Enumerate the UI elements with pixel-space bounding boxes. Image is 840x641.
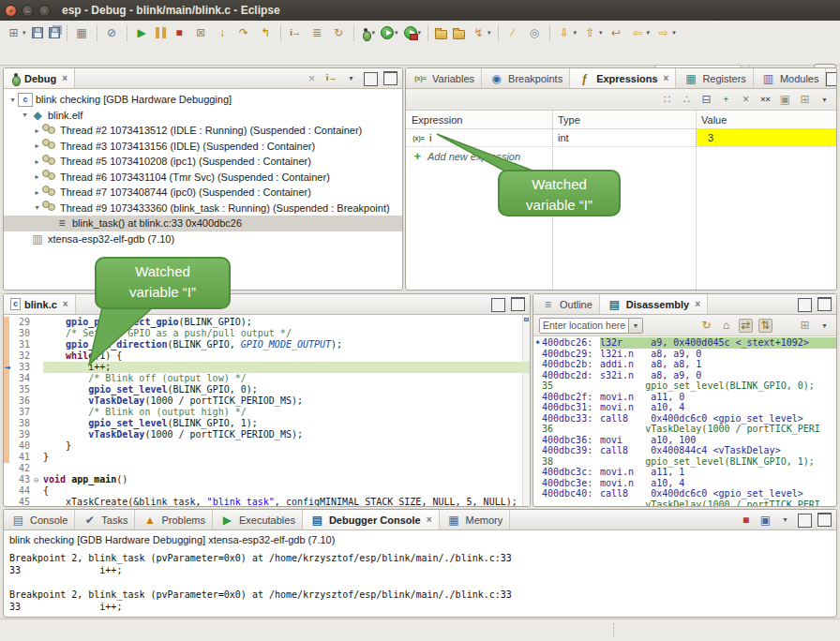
debug-tree-item[interactable]: ▸Thread #2 1073413512 (IDLE : Running) (…: [4, 123, 402, 139]
column-header-type[interactable]: Type: [552, 114, 696, 126]
dropdown-arrow-icon[interactable]: ▾: [574, 29, 578, 37]
column-separator[interactable]: [696, 111, 697, 291]
new-view-icon[interactable]: [778, 319, 792, 333]
maximize-icon[interactable]: [818, 297, 832, 311]
disassembly-line[interactable]: 400dbc33:call8 0x400dc6c0 <gpio_set_leve…: [533, 413, 836, 425]
show-logical-structure-icon[interactable]: ∴: [680, 93, 694, 107]
dropdown-arrow-icon[interactable]: ▾: [395, 29, 398, 37]
close-icon[interactable]: ×: [62, 73, 68, 83]
code-line[interactable]: 32 while(1) {: [4, 350, 530, 362]
minimize-icon[interactable]: [491, 298, 505, 312]
step-over-button[interactable]: ↷: [233, 23, 255, 42]
expander-icon[interactable]: ▾: [32, 203, 42, 212]
code-line[interactable]: 31 gpio_set_direction(BLINK_GPIO, GPIO_M…: [4, 339, 530, 350]
disassembly-line[interactable]: 38 gpio_set_level(BLINK_GPIO, 1);: [533, 456, 836, 468]
show-type-names-icon[interactable]: ∷: [660, 93, 674, 107]
layout-icon[interactable]: ⊞: [798, 319, 812, 333]
pin-editor-button[interactable]: ◎: [524, 23, 546, 42]
expander-icon[interactable]: ▸: [32, 127, 42, 135]
tab-blink-c[interactable]: c blink.c ×: [4, 294, 76, 314]
console-output[interactable]: Breakpoint 2, blink_task (pvParameter=0x…: [4, 547, 836, 613]
code-line[interactable]: 44{: [4, 485, 530, 497]
minimize-icon[interactable]: [798, 514, 812, 528]
toggle-mark-occurrences-button[interactable]: ∕: [502, 23, 524, 42]
collapse-all-icon[interactable]: ⊟: [699, 93, 713, 107]
dropdown-arrow-icon[interactable]: ▾: [599, 29, 603, 37]
debug-tree-item[interactable]: ▸Thread #5 1073410208 (ipc1) (Suspended …: [4, 154, 402, 170]
code-line[interactable]: 35 gpio_set_level(BLINK_GPIO, 0);: [4, 384, 530, 395]
disconnect-button[interactable]: ⊠: [190, 23, 212, 42]
close-icon[interactable]: ×: [664, 73, 669, 83]
disassembly-line[interactable]: 400dbc40:call8 0x400dc6c0 <gpio_set_leve…: [533, 488, 836, 499]
column-header-value[interactable]: Value: [696, 111, 836, 128]
expression-row[interactable]: (x)=iint3: [406, 129, 836, 147]
value-cell[interactable]: 3: [696, 129, 836, 146]
dropdown-arrow-icon[interactable]: ▾: [488, 29, 491, 37]
disassembly-line[interactable]: 400dbc3e:movi.n a10, 4: [533, 478, 836, 489]
debug-tree-item[interactable]: ▥xtensa-esp32-elf-gdb (7.10): [4, 231, 402, 247]
disassembly-line[interactable]: 400dbc2d:s32i.n a8, a9, 0: [533, 370, 836, 381]
close-icon[interactable]: ×: [63, 299, 68, 309]
tab-debugger-console[interactable]: ▤Debugger Console×: [303, 510, 440, 529]
code-line[interactable]: 40 }: [4, 440, 530, 452]
home-icon[interactable]: ⌂: [719, 319, 733, 333]
disassembly-line[interactable]: 400dbc31:movi.n a10, 4: [533, 402, 836, 413]
debug-tree-item[interactable]: ▾cblink checking [GDB Hardware Debugging…: [4, 92, 402, 108]
debug-tree-item[interactable]: ▾◆blink.elf: [4, 108, 402, 124]
source-code-area[interactable]: 29 gpio_pad_select_gpio(BLINK_GPIO);30 /…: [4, 315, 530, 507]
breakpoint-current-line-icon[interactable]: →: [5, 362, 10, 373]
debug-tree-item[interactable]: ▾Thread #9 1073433360 (blink_task : Runn…: [4, 201, 402, 216]
fold-marker-icon[interactable]: ⊖: [34, 474, 43, 485]
resume-button[interactable]: ▶: [131, 23, 153, 42]
suspend-button[interactable]: [153, 23, 169, 42]
disassembly-line[interactable]: 400dbc2b:addi.n a8, a8, 1: [533, 359, 836, 370]
view-menu-icon[interactable]: ▼: [818, 93, 832, 107]
column-header-expression[interactable]: Expression: [406, 114, 552, 126]
maximize-icon[interactable]: [818, 513, 832, 527]
code-line[interactable]: 30 /* Set the GPIO as a push/pull output…: [4, 328, 530, 339]
refresh-icon[interactable]: ↻: [699, 319, 713, 333]
maximize-icon[interactable]: [511, 297, 525, 311]
code-line[interactable]: 42: [4, 463, 530, 474]
code-line[interactable]: 34 /* Blink off (output low) */: [4, 373, 530, 384]
tab-expressions[interactable]: ƒExpressions×: [570, 68, 676, 88]
location-dropdown[interactable]: ▼: [629, 318, 643, 334]
tab-executables[interactable]: ▶Executables: [213, 510, 303, 529]
maximize-icon[interactable]: [383, 71, 398, 85]
code-line[interactable]: 45 xTaskCreate(&blink_task, "blink_task"…: [4, 497, 530, 507]
debug-tree-item[interactable]: ▸Thread #7 1073408744 (ipc0) (Suspended …: [4, 185, 402, 201]
expander-icon[interactable]: ▸: [32, 157, 42, 166]
debug-tree-item[interactable]: ▸Thread #6 1073431104 (Tmr Svc) (Suspend…: [4, 170, 402, 186]
minimize-icon[interactable]: [364, 72, 378, 86]
location-combo[interactable]: Enter location here ▼: [539, 318, 643, 334]
minimize-icon[interactable]: [826, 72, 837, 86]
minimize-icon[interactable]: [798, 298, 812, 312]
disassembly-line[interactable]: 35 gpio_set_level(BLINK_GPIO, 0);: [533, 380, 836, 392]
view-menu-icon[interactable]: ▼: [818, 319, 832, 333]
save-all-button[interactable]: [46, 23, 63, 42]
build-button[interactable]: ▦: [71, 23, 93, 42]
tab-outline[interactable]: ≡Outline: [533, 294, 600, 314]
open-project-button[interactable]: [450, 23, 468, 42]
track-expression-icon[interactable]: ⇄: [739, 319, 753, 333]
window-minimize-button[interactable]: –: [22, 5, 34, 17]
expander-icon[interactable]: ▾: [8, 96, 18, 104]
disassembly-line[interactable]: ◆400dbc26:l32r a9, 0x400d045c <_stext+10…: [533, 337, 836, 349]
dropdown-arrow-icon[interactable]: ▾: [647, 29, 651, 37]
sync-active-context-icon[interactable]: ⇅: [758, 319, 772, 333]
run-button[interactable]: ▾: [378, 23, 401, 42]
save-button[interactable]: [29, 23, 46, 42]
view-menu-icon[interactable]: ▼: [778, 513, 792, 527]
remove-all-terminated-icon[interactable]: ×: [305, 71, 319, 85]
display-selected-console-icon[interactable]: ▣: [758, 513, 772, 527]
debug-button[interactable]: ▾: [358, 23, 379, 42]
window-close-button[interactable]: ×: [5, 5, 17, 17]
back-button[interactable]: ⇦▾: [627, 23, 653, 42]
flash-target-button[interactable]: ↯▾: [468, 23, 494, 42]
tab-problems[interactable]: ▲Problems: [135, 510, 212, 529]
forward-button[interactable]: ⇨▾: [652, 23, 679, 42]
last-edit-location-button[interactable]: ↩: [606, 23, 627, 42]
terminate-button[interactable]: ■: [169, 23, 190, 42]
tab-console[interactable]: ▤Console: [4, 510, 75, 529]
external-tools-button[interactable]: ▾: [401, 23, 425, 42]
